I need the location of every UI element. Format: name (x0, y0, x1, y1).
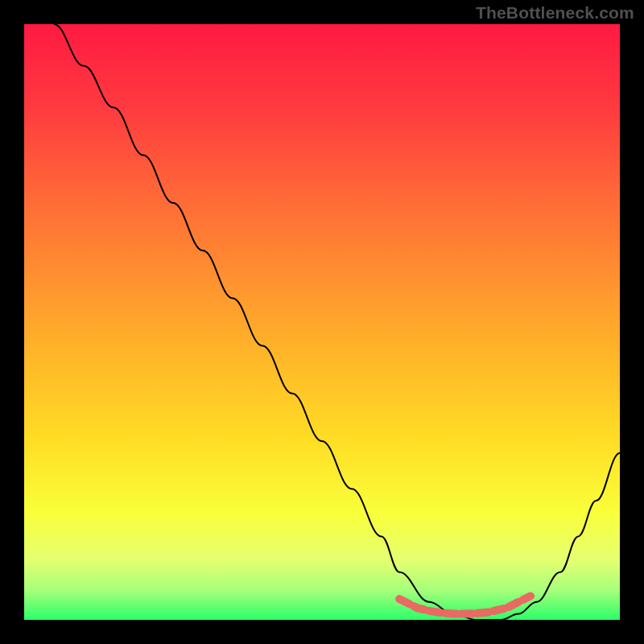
chart-frame: TheBottleneck.com (0, 0, 644, 644)
watermark-text: TheBottleneck.com (476, 3, 634, 23)
plot-area (24, 24, 620, 620)
chart-svg (24, 24, 620, 620)
gradient-bg (24, 24, 620, 620)
